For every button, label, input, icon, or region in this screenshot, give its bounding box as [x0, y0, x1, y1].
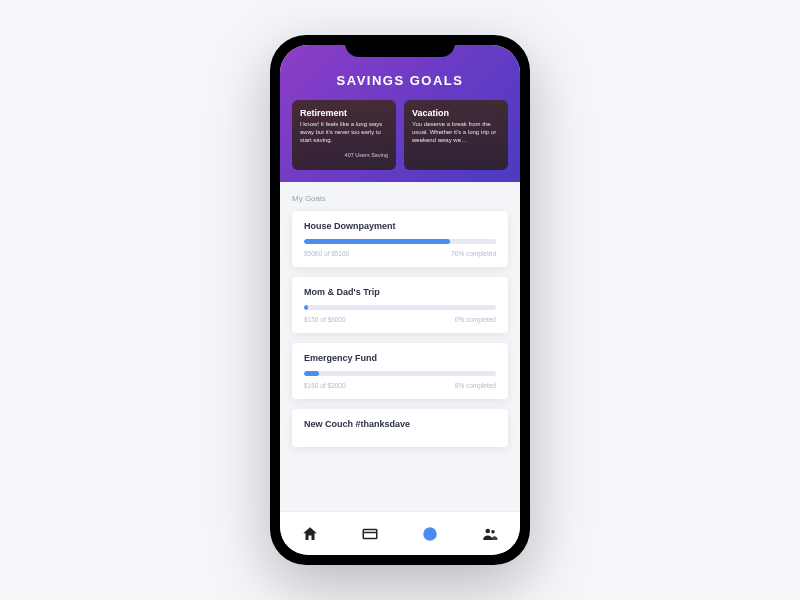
- svg-rect-0: [363, 529, 377, 538]
- home-icon[interactable]: [301, 525, 319, 543]
- suggestion-desc: I know! It feels like a long ways away b…: [300, 121, 388, 144]
- suggestion-card-retirement[interactable]: Retirement I know! It feels like a long …: [292, 100, 396, 170]
- progress-fill: [304, 371, 319, 376]
- target-icon[interactable]: [421, 525, 439, 543]
- goal-card[interactable]: Emergency Fund $160 of $2000 8% complete…: [292, 343, 508, 399]
- goal-title: New Couch #thanksdave: [304, 419, 496, 429]
- suggestion-title: Retirement: [300, 108, 388, 118]
- card-icon[interactable]: [361, 525, 379, 543]
- goal-percent: 0% completed: [455, 316, 496, 323]
- goal-amount: $160 of $2000: [304, 382, 346, 389]
- goal-percent: 76% completed: [451, 250, 496, 257]
- header: SAVINGS GOALS Retirement I know! It feel…: [280, 45, 520, 182]
- goal-title: Mom & Dad's Trip: [304, 287, 496, 297]
- phone-notch: [345, 35, 455, 57]
- goal-card[interactable]: House Downpayment $5060 of $5100 76% com…: [292, 211, 508, 267]
- goal-stats: $5060 of $5100 76% completed: [304, 250, 496, 257]
- goal-stats: $150 of $6000 0% completed: [304, 316, 496, 323]
- svg-point-4: [429, 533, 431, 535]
- suggestion-desc: You deserve a break from the usual. Whet…: [412, 121, 500, 144]
- progress-track: [304, 305, 496, 310]
- progress-fill: [304, 239, 450, 244]
- goal-amount: $5060 of $5100: [304, 250, 349, 257]
- goal-amount: $150 of $6000: [304, 316, 346, 323]
- goal-title: Emergency Fund: [304, 353, 496, 363]
- content: My Goals House Downpayment $5060 of $510…: [280, 182, 520, 511]
- progress-track: [304, 371, 496, 376]
- section-label: My Goals: [292, 194, 508, 203]
- page-title: SAVINGS GOALS: [292, 73, 508, 88]
- goal-card[interactable]: Mom & Dad's Trip $150 of $6000 0% comple…: [292, 277, 508, 333]
- suggestion-stats: 407 Users Saving: [300, 152, 388, 158]
- suggestion-card-vacation[interactable]: Vacation You deserve a break from the us…: [404, 100, 508, 170]
- progress-fill: [304, 305, 308, 310]
- people-icon[interactable]: [481, 525, 499, 543]
- suggestion-cards-row[interactable]: Retirement I know! It feels like a long …: [292, 100, 508, 170]
- svg-point-6: [491, 530, 494, 533]
- goal-card[interactable]: New Couch #thanksdave: [292, 409, 508, 447]
- tabbar: [280, 511, 520, 555]
- phone-frame: SAVINGS GOALS Retirement I know! It feel…: [270, 35, 530, 565]
- progress-track: [304, 239, 496, 244]
- goal-percent: 8% completed: [455, 382, 496, 389]
- svg-point-5: [486, 528, 491, 533]
- app-screen: SAVINGS GOALS Retirement I know! It feel…: [280, 45, 520, 555]
- suggestion-title: Vacation: [412, 108, 500, 118]
- goal-title: House Downpayment: [304, 221, 496, 231]
- goal-stats: $160 of $2000 8% completed: [304, 382, 496, 389]
